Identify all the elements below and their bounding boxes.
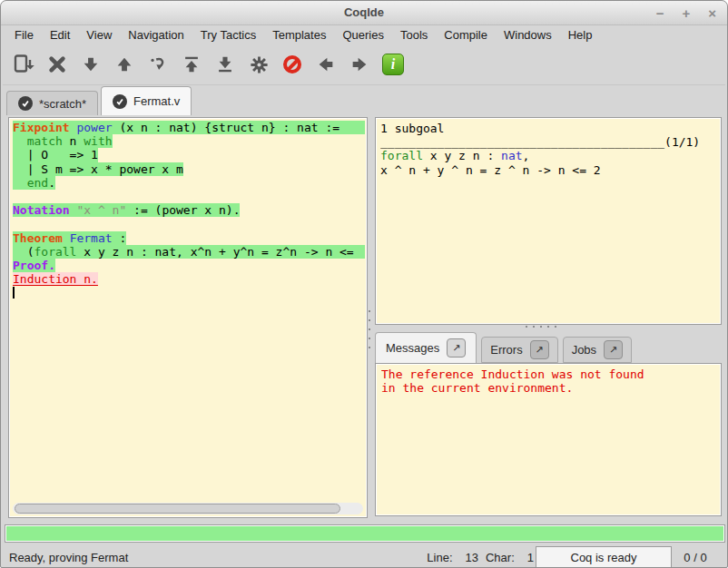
code-line: x ^ n + y ^ n = z ^ n -> n <= 2: [380, 163, 719, 177]
tab-label: Errors: [490, 343, 522, 357]
code-line: (forall x y z n : nat, x^n + y^n = z^n -…: [13, 245, 365, 259]
coqide-window: CoqIde − + × FileEditViewNavigationTry T…: [0, 0, 728, 568]
window-controls: − + ×: [656, 1, 716, 24]
detach-icon[interactable]: ↗: [447, 338, 466, 357]
status-bar: Ready, proving Fermat Line: 13 Char: 1 C…: [1, 545, 727, 568]
code-line: match n with: [13, 134, 365, 148]
status-message: Ready, proving Fermat: [9, 551, 427, 564]
step-forward-icon[interactable]: [77, 51, 104, 78]
close-doc-icon[interactable]: [44, 51, 71, 78]
menu-edit[interactable]: Edit: [42, 26, 78, 44]
line-label: Line:: [427, 551, 452, 564]
next-icon[interactable]: [346, 51, 373, 78]
code-line: The reference Induction was not found: [381, 367, 719, 381]
code-line: Induction n.: [13, 272, 365, 286]
menu-try-tactics[interactable]: Try Tactics: [192, 26, 264, 44]
tab-jobs[interactable]: Jobs ↗: [563, 337, 632, 363]
menu-navigation[interactable]: Navigation: [120, 26, 192, 44]
save-icon[interactable]: [10, 51, 37, 78]
code-line: 1 subgoal: [380, 122, 719, 135]
previous-icon[interactable]: [312, 51, 339, 78]
tab-scratch[interactable]: *scratch*: [6, 91, 98, 115]
menu-templates[interactable]: Templates: [264, 26, 334, 44]
code-line: Proof.: [13, 259, 365, 272]
toolbar: i: [3, 44, 725, 85]
code-line: | S m => x * power x m: [13, 162, 365, 176]
code-area[interactable]: Fixpoint power (x n : nat) {struct n} : …: [13, 121, 365, 501]
bottom-tab-bar: Messages ↗ Errors ↗ Jobs ↗: [375, 333, 636, 363]
tab-messages[interactable]: Messages ↗: [375, 332, 477, 363]
goto-cursor-icon[interactable]: [144, 51, 172, 78]
goals-content: 1 subgoal_______________________________…: [380, 122, 719, 322]
horizontal-splitter-handle[interactable]: [526, 326, 556, 328]
menu-bar: FileEditViewNavigationTry TacticsTemplat…: [3, 24, 725, 44]
maximize-button[interactable]: +: [682, 6, 690, 20]
menu-view[interactable]: View: [78, 26, 120, 44]
restart-icon[interactable]: [178, 51, 205, 78]
menu-file[interactable]: File: [6, 26, 42, 44]
code-line: ________________________________________…: [380, 135, 719, 149]
script-editor-panel[interactable]: Fixpoint power (x n : nat) {struct n} : …: [8, 117, 368, 518]
tab-label: Messages: [386, 341, 439, 355]
tab-errors[interactable]: Errors ↗: [481, 337, 557, 363]
tab-label: *scratch*: [39, 97, 86, 111]
menu-help[interactable]: Help: [560, 26, 601, 44]
minimize-button[interactable]: −: [656, 6, 664, 20]
detach-icon[interactable]: ↗: [604, 340, 623, 359]
goto-end-icon[interactable]: [212, 51, 239, 78]
close-button[interactable]: ×: [708, 6, 716, 20]
tab-label: Jobs: [572, 343, 596, 357]
scrollbar-thumb[interactable]: [15, 504, 340, 514]
tab-label: Fermat.v: [133, 94, 180, 108]
goals-panel: 1 subgoal_______________________________…: [375, 117, 722, 325]
title-bar: CoqIde − + ×: [1, 1, 727, 25]
code-line: forall x y z n : nat,: [380, 149, 719, 162]
menu-queries[interactable]: Queries: [334, 26, 392, 44]
line-value: 13: [466, 551, 478, 564]
interrupt-icon[interactable]: [279, 51, 306, 78]
code-line: Notation "x ^ n" := (power x n).: [13, 203, 365, 217]
status-right: Line: 13 Char: 1 Coq is ready 0 / 0: [427, 546, 719, 568]
tab-fermat[interactable]: Fermat.v: [101, 86, 192, 115]
jobs-count: 0 / 0: [672, 551, 719, 564]
horizontal-scrollbar[interactable]: [13, 503, 363, 514]
char-value: 1: [527, 551, 534, 564]
step-backward-icon[interactable]: [111, 51, 138, 78]
fully-check-icon[interactable]: [245, 51, 272, 78]
messages-panel: The reference Induction was not foundin …: [375, 363, 722, 516]
text-cursor: [13, 287, 15, 299]
tab-check-icon: [113, 94, 127, 109]
messages-content: The reference Induction was not foundin …: [381, 367, 719, 514]
tab-bar: *scratch* Fermat.v: [6, 87, 194, 115]
coq-status-text: Coq is ready: [571, 551, 637, 564]
code-line: | O => 1: [13, 148, 365, 162]
menu-tools[interactable]: Tools: [392, 26, 436, 44]
window-title: CoqIde: [1, 1, 727, 24]
progress-bar: [5, 524, 725, 543]
vertical-splitter-handle[interactable]: [369, 310, 370, 348]
code-line: [13, 190, 365, 203]
tab-check-icon: [18, 96, 33, 111]
detach-icon[interactable]: ↗: [530, 340, 549, 359]
code-line: in the current environment.: [381, 381, 719, 395]
progress-fill: [6, 526, 723, 541]
code-line: end.: [13, 176, 365, 190]
menu-windows[interactable]: Windows: [496, 26, 560, 44]
menu-compile[interactable]: Compile: [436, 26, 496, 44]
char-label: Char:: [486, 551, 515, 564]
code-line: [13, 217, 365, 230]
coq-status-box: Coq is ready: [536, 546, 672, 568]
about-icon[interactable]: i: [379, 51, 407, 78]
code-line: Theorem Fermat :: [13, 231, 365, 245]
code-line: Fixpoint power (x n : nat) {struct n} : …: [13, 121, 365, 134]
